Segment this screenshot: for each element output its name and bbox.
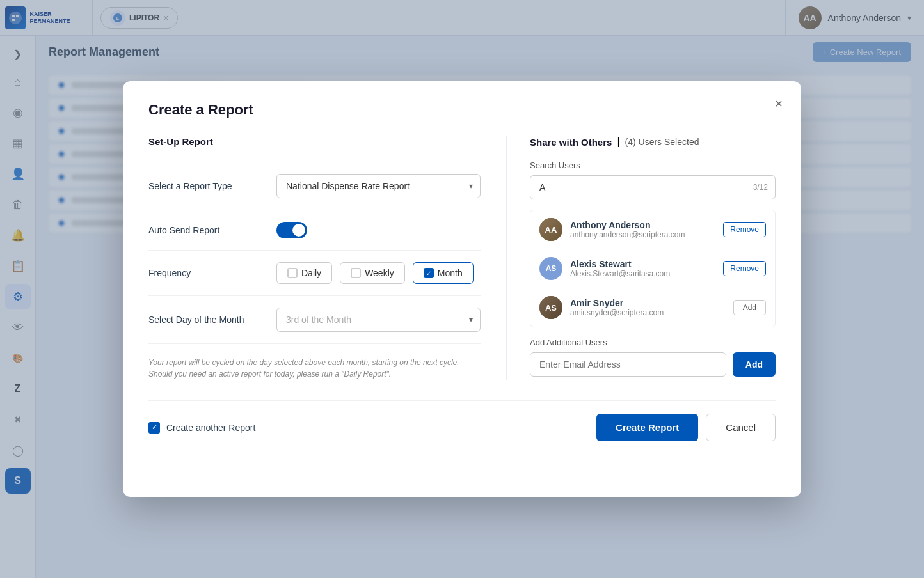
frequency-row: Frequency Daily Weekly xyxy=(148,251,481,296)
auto-send-label: Auto Send Report xyxy=(148,225,276,235)
user-avatar: AS xyxy=(539,296,562,319)
add-email-button[interactable]: Add xyxy=(733,352,776,377)
email-input[interactable] xyxy=(530,352,726,377)
modal-footer: ✓ Create another Report Create Report Ca… xyxy=(148,400,776,441)
user-item: AS Alexis Stewart Alexis.Stewart@saritas… xyxy=(530,249,775,288)
create-another-wrap[interactable]: ✓ Create another Report xyxy=(148,422,255,434)
select-day-select[interactable]: 3rd of the Month 1st of the Month 2nd of… xyxy=(276,308,481,332)
user-item: AA Anthony Anderson anthony.anderson@scr… xyxy=(530,210,775,249)
add-user-button[interactable]: Add xyxy=(733,300,766,315)
search-users-input[interactable] xyxy=(530,175,776,199)
report-type-select-wrapper: National Dispense Rate Report Daily Repo… xyxy=(276,174,481,198)
user-name-display: Amir Snyder xyxy=(570,298,726,308)
select-day-row: Select Day of the Month 3rd of the Month… xyxy=(148,296,481,344)
create-report-modal: × Create a Report Set-Up Report Select a… xyxy=(123,81,801,497)
users-list-wrap: AA Anthony Anderson anthony.anderson@scr… xyxy=(530,210,776,327)
frequency-month[interactable]: ✓ Month xyxy=(413,262,474,284)
modal-body: Set-Up Report Select a Report Type Natio… xyxy=(148,136,776,380)
setup-section: Set-Up Report Select a Report Type Natio… xyxy=(148,136,507,380)
create-another-label: Create another Report xyxy=(166,423,255,433)
share-divider: | xyxy=(617,136,619,148)
auto-send-row: Auto Send Report xyxy=(148,210,481,251)
share-selected-count: (4) Users Selected xyxy=(625,137,699,147)
month-checkbox[interactable]: ✓ xyxy=(424,268,434,278)
user-name-display: Alexis Stewart xyxy=(570,259,715,269)
user-item: AS Amir Snyder amir.snyder@scriptera.com… xyxy=(530,288,775,327)
select-day-wrapper: 3rd of the Month 1st of the Month 2nd of… xyxy=(276,308,481,332)
user-info: Anthony Anderson anthony.anderson@script… xyxy=(570,220,715,239)
report-type-control: National Dispense Rate Report Daily Repo… xyxy=(276,174,481,198)
user-email-display: anthony.anderson@scriptera.com xyxy=(570,230,715,239)
daily-label: Daily xyxy=(301,268,321,278)
user-info: Amir Snyder amir.snyder@scriptera.com xyxy=(570,298,726,317)
frequency-options: Daily Weekly ✓ Month xyxy=(276,262,481,284)
setup-section-label: Set-Up Report xyxy=(148,136,481,147)
footer-buttons: Create Report Cancel xyxy=(596,414,776,441)
toggle-thumb xyxy=(292,224,305,237)
auto-send-toggle[interactable] xyxy=(276,222,307,238)
add-additional-label: Add Additional Users xyxy=(530,338,776,347)
remove-user-button[interactable]: Remove xyxy=(723,222,766,237)
add-email-wrap: Add xyxy=(530,352,776,377)
month-label: Month xyxy=(438,268,463,278)
frequency-daily[interactable]: Daily xyxy=(276,262,332,284)
daily-checkbox[interactable] xyxy=(287,268,298,278)
create-report-button[interactable]: Create Report xyxy=(596,414,698,441)
modal-title: Create a Report xyxy=(148,102,776,118)
report-type-label: Select a Report Type xyxy=(148,181,276,191)
select-day-label: Select Day of the Month xyxy=(148,315,276,325)
search-users-label: Search Users xyxy=(530,160,776,170)
weekly-label: Weekly xyxy=(365,268,394,278)
toggle-wrap xyxy=(276,222,481,238)
remove-user-button[interactable]: Remove xyxy=(723,261,766,276)
auto-send-control xyxy=(276,222,481,238)
share-section: Share with Others | (4) Users Selected S… xyxy=(507,136,776,380)
create-another-checkbox[interactable]: ✓ xyxy=(148,422,160,434)
search-count-display: 3/12 xyxy=(753,183,768,192)
user-avatar: AA xyxy=(539,218,562,241)
user-email-display: Alexis.Stewart@saritasa.com xyxy=(570,269,715,278)
share-header: Share with Others | (4) Users Selected xyxy=(530,136,776,148)
cancel-button[interactable]: Cancel xyxy=(706,414,776,441)
search-input-wrap: 3/12 xyxy=(530,175,776,199)
frequency-control: Daily Weekly ✓ Month xyxy=(276,262,481,284)
user-email-display: amir.snyder@scriptera.com xyxy=(570,308,726,317)
info-text: Your report will be cycled on the day se… xyxy=(148,357,481,380)
weekly-checkbox[interactable] xyxy=(351,268,361,278)
modal-overlay: × Create a Report Set-Up Report Select a… xyxy=(0,0,924,578)
frequency-label: Frequency xyxy=(148,268,276,278)
user-name-display: Anthony Anderson xyxy=(570,220,715,230)
frequency-weekly[interactable]: Weekly xyxy=(340,262,405,284)
users-list: AA Anthony Anderson anthony.anderson@scr… xyxy=(530,210,776,327)
modal-close-button[interactable]: × xyxy=(769,94,788,113)
user-info: Alexis Stewart Alexis.Stewart@saritasa.c… xyxy=(570,259,715,278)
select-day-control: 3rd of the Month 1st of the Month 2nd of… xyxy=(276,308,481,332)
report-type-row: Select a Report Type National Dispense R… xyxy=(148,162,481,210)
report-type-select[interactable]: National Dispense Rate Report Daily Repo… xyxy=(276,174,481,198)
share-title: Share with Others xyxy=(530,137,612,148)
user-avatar: AS xyxy=(539,257,562,280)
